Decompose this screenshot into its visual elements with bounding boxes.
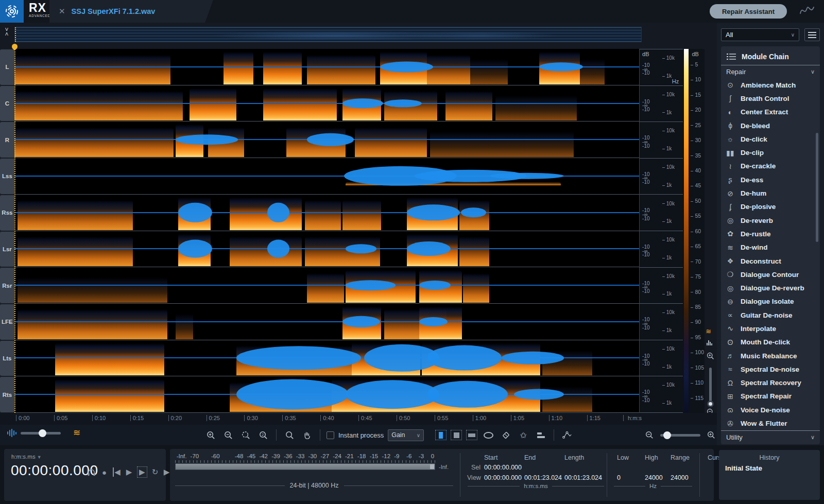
module-item-breath-control[interactable]: ʃBreath Control: [721, 92, 820, 105]
panel-menu-button[interactable]: [804, 28, 820, 41]
module-item-interpolate[interactable]: ∿Interpolate: [721, 322, 820, 335]
channel-tab-Lss[interactable]: Lss: [0, 159, 14, 194]
play-button[interactable]: ▶: [125, 466, 133, 478]
spectrogram-row-Rss[interactable]: [14, 195, 639, 231]
module-item-spectral-repair[interactable]: ⊞Spectral Repair: [721, 390, 820, 403]
repair-section-header[interactable]: Repair∨: [721, 65, 820, 78]
zoom-out-button[interactable]: [221, 429, 235, 441]
vertical-zoom-slider[interactable]: [709, 368, 712, 402]
instant-process-mode-select[interactable]: Gain∨: [388, 429, 424, 441]
tab-close-icon[interactable]: ✕: [59, 7, 65, 16]
module-item-music-rebalance[interactable]: ♬Music Rebalance: [721, 349, 820, 362]
loop-button[interactable]: ↻: [151, 466, 160, 478]
module-item-guitar-de-noise[interactable]: ∝Guitar De-noise: [721, 308, 820, 322]
module-list-scrollbar[interactable]: [816, 133, 818, 242]
magnify-tool-button[interactable]: [283, 429, 296, 441]
module-item-de-plosive[interactable]: ʄDe-plosive: [721, 200, 820, 214]
time-ruler[interactable]: 0:000:050:100:150:200:250:300:350:400:45…: [0, 413, 717, 425]
module-item-wow-flutter[interactable]: ✇Wow & Flutter: [721, 416, 820, 430]
module-item-spectral-recovery[interactable]: ΩSpectral Recovery: [721, 376, 820, 390]
vertical-zoom-in-icon[interactable]: [706, 352, 715, 360]
module-item-de-click[interactable]: ☼De-click: [721, 132, 820, 146]
frequency-selection-tool-button[interactable]: [466, 430, 477, 440]
hand-grab-tool-button[interactable]: [300, 429, 314, 441]
history-entry[interactable]: Initial State: [719, 461, 820, 472]
vertical-zoom-knob[interactable]: [707, 401, 714, 407]
horizontal-zoom-slider[interactable]: [660, 434, 700, 437]
spectrogram-view-icon[interactable]: ≋: [706, 327, 711, 335]
spectrogram-row-LFE[interactable]: [14, 304, 639, 340]
level-meter[interactable]: [175, 463, 435, 470]
channel-tab-Rsr[interactable]: Rsr: [0, 268, 14, 303]
panel-expand-arrow[interactable]: ❯: [721, 444, 820, 444]
module-item-dialogue-isolate[interactable]: ⊖Dialogue Isolate: [721, 295, 820, 308]
module-item-de-wind[interactable]: ≋De-wind: [721, 241, 820, 254]
collapse-overview-button[interactable]: ˅˄: [3, 28, 11, 37]
spectrogram-row-L[interactable]: [14, 49, 639, 85]
spectrogram-row-Rsr[interactable]: [14, 267, 639, 304]
selection-start-value[interactable]: 00:00:00.000: [484, 464, 522, 471]
magic-wand-tool-button[interactable]: ✩: [517, 429, 530, 441]
channel-tab-Rss[interactable]: Rss: [0, 195, 14, 231]
spectrogram-row-R[interactable]: [14, 121, 639, 158]
zoom-back-button[interactable]: 2: [256, 429, 270, 441]
horizontal-zoom-knob[interactable]: [663, 431, 671, 439]
signal-flow-icon[interactable]: [560, 429, 574, 441]
module-item-de-hum[interactable]: ⊘De-hum: [721, 186, 820, 200]
module-item-spectral-de-noise[interactable]: ≈Spectral De-noise: [721, 362, 820, 376]
zoom-to-selection-button[interactable]: [239, 429, 252, 441]
channel-tab-C[interactable]: C: [0, 86, 14, 121]
view-length-value[interactable]: 00:01:23.024: [564, 474, 602, 481]
waveform-spectrogram-blend-slider[interactable]: [21, 432, 61, 435]
utility-section-header[interactable]: Utility∨: [721, 430, 820, 444]
channel-tab-L[interactable]: L: [0, 49, 14, 85]
module-item-de-bleed[interactable]: ɸDe-bleed: [721, 119, 820, 132]
spectrogram-row-Lss[interactable]: [14, 158, 639, 195]
module-item-de-reverb[interactable]: ◎De-reverb: [721, 214, 820, 227]
module-item-de-rustle[interactable]: ✿De-rustle: [721, 227, 820, 240]
view-end-value[interactable]: 00:01:23.024: [524, 474, 562, 481]
channel-tab-Lts[interactable]: Lts: [0, 341, 14, 376]
spectrogram-canvas[interactable]: [14, 49, 639, 413]
module-chain-item[interactable]: Module Chain: [721, 48, 820, 65]
blend-slider-knob[interactable]: [39, 429, 46, 437]
waveform-overview-minimap[interactable]: [14, 27, 642, 42]
flatten-selection-tool-button[interactable]: [534, 429, 547, 441]
module-item-deconstruct[interactable]: ❖Deconstruct: [721, 254, 820, 268]
instant-process-checkbox[interactable]: [327, 431, 334, 439]
freq-range-value[interactable]: 24000: [671, 474, 689, 481]
monitor-button[interactable]: [87, 466, 96, 478]
time-frequency-selection-tool-button[interactable]: [451, 430, 462, 440]
record-button[interactable]: ●: [100, 466, 109, 478]
repair-assistant-button[interactable]: Repair Assistant: [710, 4, 787, 19]
spectrogram-row-Rts[interactable]: [14, 376, 639, 413]
freq-high-value[interactable]: 24000: [645, 474, 663, 481]
file-tab[interactable]: ✕ SSJ SuperXFi 7.1.2.wav: [49, 0, 213, 23]
module-item-dialogue-de-reverb[interactable]: ◎Dialogue De-reverb: [721, 281, 820, 294]
module-item-de-crackle[interactable]: ≀De-crackle: [721, 160, 820, 173]
spectrogram-row-Lts[interactable]: [14, 340, 639, 377]
module-item-de-ess[interactable]: ʂDe-ess: [721, 173, 820, 186]
horizontal-zoom-out-icon[interactable]: [643, 429, 656, 441]
channel-tab-Lsr[interactable]: Lsr: [0, 232, 14, 267]
play-selection-button[interactable]: ▶: [137, 466, 147, 478]
channel-tab-Rts[interactable]: Rts: [0, 377, 14, 412]
waveform-blend-icon[interactable]: [7, 429, 16, 437]
spectrogram-row-Lsr[interactable]: [14, 231, 639, 268]
module-item-dialogue-contour[interactable]: ❍Dialogue Contour: [721, 268, 820, 281]
module-item-center-extract[interactable]: ◐Center Extract: [721, 106, 820, 119]
freq-low-value[interactable]: 0: [617, 474, 621, 481]
spectrogram-row-C[interactable]: [14, 85, 639, 122]
module-item-voice-de-noise[interactable]: ɷVoice De-noise: [721, 403, 820, 416]
waveform-view-icon[interactable]: [707, 340, 712, 345]
spectrogram-blend-icon[interactable]: ≋: [73, 429, 80, 437]
go-to-start-button[interactable]: ◀: [112, 466, 121, 478]
time-selection-tool-button[interactable]: [435, 430, 447, 440]
channel-tab-LFE[interactable]: LFE: [0, 304, 14, 340]
channel-tab-R[interactable]: R: [0, 122, 14, 158]
module-item-mouth-de-click[interactable]: ʘMouth De-click: [721, 336, 820, 349]
lasso-selection-tool-button[interactable]: [482, 429, 495, 441]
zoom-in-button[interactable]: [204, 429, 217, 441]
module-item-de-clip[interactable]: ▮▮De-clip: [721, 146, 820, 159]
brush-selection-tool-button[interactable]: [499, 429, 512, 441]
